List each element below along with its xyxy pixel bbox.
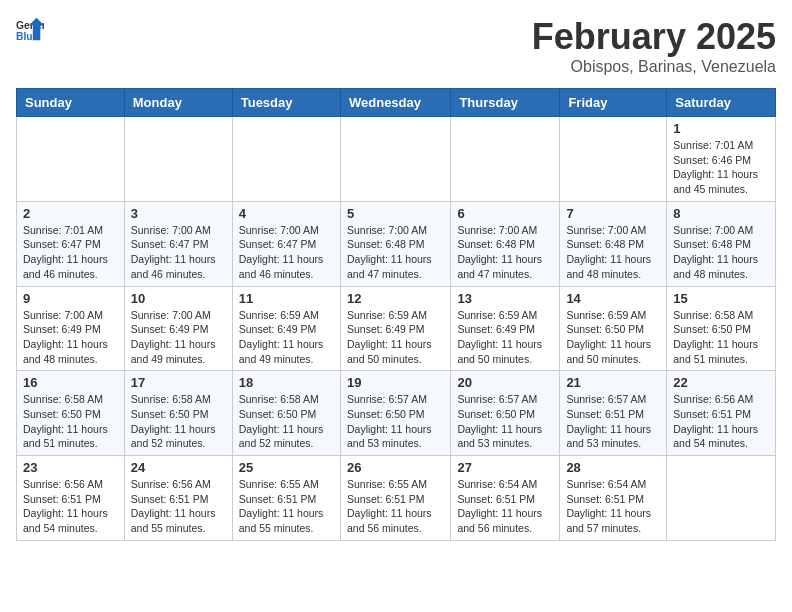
- day-info: Sunrise: 7:00 AMSunset: 6:47 PMDaylight:…: [239, 223, 334, 282]
- calendar-week-1: 1Sunrise: 7:01 AMSunset: 6:46 PMDaylight…: [17, 117, 776, 202]
- calendar-cell: 12Sunrise: 6:59 AMSunset: 6:49 PMDayligh…: [340, 286, 450, 371]
- calendar-cell: 16Sunrise: 6:58 AMSunset: 6:50 PMDayligh…: [17, 371, 125, 456]
- day-info: Sunrise: 7:00 AMSunset: 6:48 PMDaylight:…: [673, 223, 769, 282]
- calendar-cell: 4Sunrise: 7:00 AMSunset: 6:47 PMDaylight…: [232, 201, 340, 286]
- calendar-cell: 1Sunrise: 7:01 AMSunset: 6:46 PMDaylight…: [667, 117, 776, 202]
- calendar-cell: [451, 117, 560, 202]
- day-number: 17: [131, 375, 226, 390]
- day-info: Sunrise: 6:58 AMSunset: 6:50 PMDaylight:…: [673, 308, 769, 367]
- calendar-cell: 25Sunrise: 6:55 AMSunset: 6:51 PMDayligh…: [232, 456, 340, 541]
- calendar-cell: 8Sunrise: 7:00 AMSunset: 6:48 PMDaylight…: [667, 201, 776, 286]
- day-info: Sunrise: 6:59 AMSunset: 6:49 PMDaylight:…: [457, 308, 553, 367]
- calendar-cell: 10Sunrise: 7:00 AMSunset: 6:49 PMDayligh…: [124, 286, 232, 371]
- day-info: Sunrise: 6:58 AMSunset: 6:50 PMDaylight:…: [23, 392, 118, 451]
- calendar-cell: 20Sunrise: 6:57 AMSunset: 6:50 PMDayligh…: [451, 371, 560, 456]
- calendar-cell: 5Sunrise: 7:00 AMSunset: 6:48 PMDaylight…: [340, 201, 450, 286]
- calendar-cell: [232, 117, 340, 202]
- day-number: 9: [23, 291, 118, 306]
- day-number: 19: [347, 375, 444, 390]
- calendar-week-5: 23Sunrise: 6:56 AMSunset: 6:51 PMDayligh…: [17, 456, 776, 541]
- day-number: 10: [131, 291, 226, 306]
- header-sunday: Sunday: [17, 89, 125, 117]
- calendar-cell: 14Sunrise: 6:59 AMSunset: 6:50 PMDayligh…: [560, 286, 667, 371]
- calendar-header-row: Sunday Monday Tuesday Wednesday Thursday…: [17, 89, 776, 117]
- day-info: Sunrise: 6:56 AMSunset: 6:51 PMDaylight:…: [673, 392, 769, 451]
- day-info: Sunrise: 6:55 AMSunset: 6:51 PMDaylight:…: [347, 477, 444, 536]
- day-number: 27: [457, 460, 553, 475]
- header-friday: Friday: [560, 89, 667, 117]
- calendar-week-3: 9Sunrise: 7:00 AMSunset: 6:49 PMDaylight…: [17, 286, 776, 371]
- calendar-cell: 26Sunrise: 6:55 AMSunset: 6:51 PMDayligh…: [340, 456, 450, 541]
- day-info: Sunrise: 7:00 AMSunset: 6:48 PMDaylight:…: [566, 223, 660, 282]
- day-info: Sunrise: 6:57 AMSunset: 6:51 PMDaylight:…: [566, 392, 660, 451]
- day-info: Sunrise: 6:56 AMSunset: 6:51 PMDaylight:…: [23, 477, 118, 536]
- calendar-cell: 23Sunrise: 6:56 AMSunset: 6:51 PMDayligh…: [17, 456, 125, 541]
- day-info: Sunrise: 6:54 AMSunset: 6:51 PMDaylight:…: [457, 477, 553, 536]
- calendar-cell: 17Sunrise: 6:58 AMSunset: 6:50 PMDayligh…: [124, 371, 232, 456]
- calendar-week-2: 2Sunrise: 7:01 AMSunset: 6:47 PMDaylight…: [17, 201, 776, 286]
- day-info: Sunrise: 6:57 AMSunset: 6:50 PMDaylight:…: [457, 392, 553, 451]
- calendar-cell: 18Sunrise: 6:58 AMSunset: 6:50 PMDayligh…: [232, 371, 340, 456]
- day-info: Sunrise: 6:58 AMSunset: 6:50 PMDaylight:…: [131, 392, 226, 451]
- title-block: February 2025 Obispos, Barinas, Venezuel…: [532, 16, 776, 76]
- calendar-cell: 13Sunrise: 6:59 AMSunset: 6:49 PMDayligh…: [451, 286, 560, 371]
- day-number: 28: [566, 460, 660, 475]
- day-number: 5: [347, 206, 444, 221]
- day-info: Sunrise: 6:55 AMSunset: 6:51 PMDaylight:…: [239, 477, 334, 536]
- day-number: 13: [457, 291, 553, 306]
- logo: General Blue: [16, 16, 46, 44]
- calendar-cell: [124, 117, 232, 202]
- header-wednesday: Wednesday: [340, 89, 450, 117]
- header-tuesday: Tuesday: [232, 89, 340, 117]
- day-number: 25: [239, 460, 334, 475]
- location: Obispos, Barinas, Venezuela: [532, 58, 776, 76]
- day-number: 15: [673, 291, 769, 306]
- day-info: Sunrise: 7:00 AMSunset: 6:49 PMDaylight:…: [23, 308, 118, 367]
- day-info: Sunrise: 6:54 AMSunset: 6:51 PMDaylight:…: [566, 477, 660, 536]
- day-number: 18: [239, 375, 334, 390]
- calendar-table: Sunday Monday Tuesday Wednesday Thursday…: [16, 88, 776, 541]
- calendar-cell: 21Sunrise: 6:57 AMSunset: 6:51 PMDayligh…: [560, 371, 667, 456]
- day-number: 2: [23, 206, 118, 221]
- day-number: 14: [566, 291, 660, 306]
- calendar-cell: 6Sunrise: 7:00 AMSunset: 6:48 PMDaylight…: [451, 201, 560, 286]
- day-info: Sunrise: 6:56 AMSunset: 6:51 PMDaylight:…: [131, 477, 226, 536]
- calendar-cell: [560, 117, 667, 202]
- day-number: 6: [457, 206, 553, 221]
- calendar-cell: 24Sunrise: 6:56 AMSunset: 6:51 PMDayligh…: [124, 456, 232, 541]
- day-number: 8: [673, 206, 769, 221]
- day-info: Sunrise: 6:57 AMSunset: 6:50 PMDaylight:…: [347, 392, 444, 451]
- calendar-cell: 15Sunrise: 6:58 AMSunset: 6:50 PMDayligh…: [667, 286, 776, 371]
- calendar-cell: 22Sunrise: 6:56 AMSunset: 6:51 PMDayligh…: [667, 371, 776, 456]
- calendar-cell: 11Sunrise: 6:59 AMSunset: 6:49 PMDayligh…: [232, 286, 340, 371]
- day-info: Sunrise: 7:00 AMSunset: 6:49 PMDaylight:…: [131, 308, 226, 367]
- calendar-cell: 27Sunrise: 6:54 AMSunset: 6:51 PMDayligh…: [451, 456, 560, 541]
- day-info: Sunrise: 7:00 AMSunset: 6:48 PMDaylight:…: [457, 223, 553, 282]
- header-thursday: Thursday: [451, 89, 560, 117]
- day-number: 7: [566, 206, 660, 221]
- month-title: February 2025: [532, 16, 776, 58]
- day-number: 11: [239, 291, 334, 306]
- day-info: Sunrise: 6:59 AMSunset: 6:50 PMDaylight:…: [566, 308, 660, 367]
- logo-icon: General Blue: [16, 16, 44, 44]
- calendar-cell: [17, 117, 125, 202]
- day-number: 26: [347, 460, 444, 475]
- calendar-cell: 19Sunrise: 6:57 AMSunset: 6:50 PMDayligh…: [340, 371, 450, 456]
- header-monday: Monday: [124, 89, 232, 117]
- calendar-body: 1Sunrise: 7:01 AMSunset: 6:46 PMDaylight…: [17, 117, 776, 541]
- calendar-cell: 7Sunrise: 7:00 AMSunset: 6:48 PMDaylight…: [560, 201, 667, 286]
- day-info: Sunrise: 7:00 AMSunset: 6:48 PMDaylight:…: [347, 223, 444, 282]
- day-number: 1: [673, 121, 769, 136]
- day-number: 16: [23, 375, 118, 390]
- day-number: 20: [457, 375, 553, 390]
- calendar-cell: 2Sunrise: 7:01 AMSunset: 6:47 PMDaylight…: [17, 201, 125, 286]
- day-number: 4: [239, 206, 334, 221]
- calendar-cell: [340, 117, 450, 202]
- day-number: 22: [673, 375, 769, 390]
- day-number: 23: [23, 460, 118, 475]
- calendar-cell: 28Sunrise: 6:54 AMSunset: 6:51 PMDayligh…: [560, 456, 667, 541]
- header-saturday: Saturday: [667, 89, 776, 117]
- calendar-cell: 9Sunrise: 7:00 AMSunset: 6:49 PMDaylight…: [17, 286, 125, 371]
- page-header: General Blue February 2025 Obispos, Bari…: [16, 16, 776, 76]
- calendar-week-4: 16Sunrise: 6:58 AMSunset: 6:50 PMDayligh…: [17, 371, 776, 456]
